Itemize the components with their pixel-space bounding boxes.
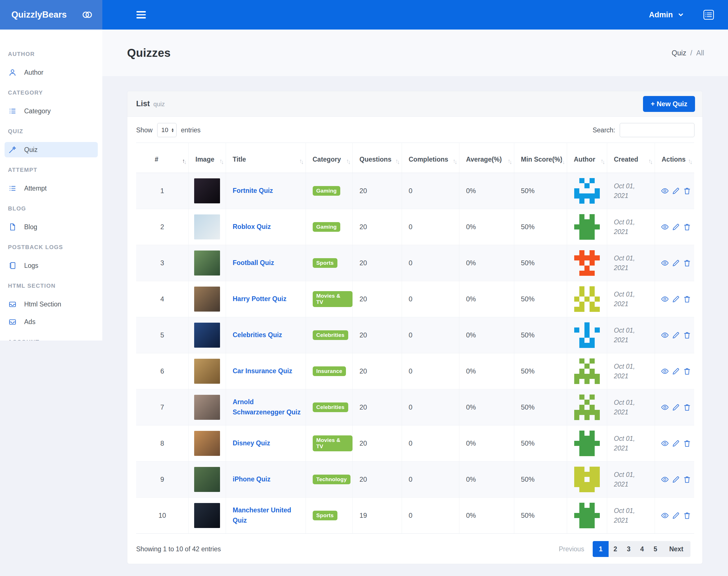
category-badge: Sports — [313, 258, 338, 268]
created-date: Oct 01, 2021 — [607, 245, 655, 281]
pagination-page-5[interactable]: 5 — [649, 541, 662, 557]
column-header-category[interactable]: Category — [305, 143, 352, 173]
created-date: Oct 01, 2021 — [607, 317, 655, 353]
inbox-icon — [8, 300, 17, 309]
delete-icon[interactable] — [683, 223, 691, 231]
table-row: 3Football QuizSports2000%50%Oct 01, 2021 — [136, 245, 694, 281]
edit-icon[interactable] — [672, 403, 680, 411]
breadcrumb-parent[interactable]: Quiz — [672, 49, 686, 57]
delete-icon[interactable] — [683, 511, 691, 520]
quiz-title-link[interactable]: Celebrities Quiz — [233, 330, 286, 340]
quiz-title-link[interactable]: Fortnite Quiz — [233, 186, 277, 196]
sidebar-item-label: Blog — [24, 223, 37, 231]
quiz-title-link[interactable]: Disney Quiz — [233, 438, 274, 449]
view-icon[interactable] — [660, 367, 669, 375]
view-icon[interactable] — [660, 439, 669, 448]
edit-icon[interactable] — [672, 367, 680, 375]
view-icon[interactable] — [660, 295, 669, 303]
delete-icon[interactable] — [683, 259, 691, 267]
sidebar-toggle-icon[interactable] — [82, 11, 93, 19]
row-number: 1 — [136, 173, 188, 209]
delete-icon[interactable] — [683, 367, 691, 375]
view-icon[interactable] — [660, 331, 669, 339]
questions-value: 20 — [352, 317, 402, 353]
view-icon[interactable] — [660, 475, 669, 484]
pagination-previous[interactable]: Previous — [553, 545, 590, 553]
view-icon[interactable] — [660, 511, 669, 520]
quiz-title-link[interactable]: Harry Potter Quiz — [233, 294, 291, 304]
wand-icon — [8, 145, 17, 154]
completions-value: 0 — [402, 317, 459, 353]
column-header-title[interactable]: Title — [226, 143, 305, 173]
delete-icon[interactable] — [683, 186, 691, 195]
sidebar-item-quiz[interactable]: Quiz — [4, 142, 98, 157]
edit-icon[interactable] — [672, 511, 680, 520]
quiz-title-link[interactable]: Car Insurance Quiz — [233, 366, 296, 376]
min-score-value: 50% — [514, 353, 567, 390]
quiz-title-link[interactable]: Arnold Schwarzenegger Quiz — [233, 397, 305, 417]
edit-icon[interactable] — [672, 259, 680, 267]
edit-icon[interactable] — [672, 475, 680, 484]
sidebar-item-html-section[interactable]: Html Section — [4, 296, 98, 312]
quiz-title-link[interactable]: Football Quiz — [233, 258, 278, 268]
sidebar-section-postback-logs: POSTBACK LOGS — [8, 243, 102, 251]
list-card: List quiz + New Quiz Show 10 ▴▾ entries … — [127, 91, 703, 564]
sidebar-section-quiz: QUIZ — [8, 127, 102, 135]
pagination-next[interactable]: Next — [662, 541, 691, 557]
card-footer: Showing 1 to 10 of 42 entries Previous 1… — [127, 534, 702, 557]
column-header-min-score[interactable]: Min Score(%) — [514, 143, 567, 173]
entries-value: 10 — [161, 126, 168, 134]
created-date: Oct 01, 2021 — [607, 426, 655, 462]
edit-icon[interactable] — [672, 439, 680, 448]
view-icon[interactable] — [660, 186, 669, 195]
sidebar-item-author[interactable]: Author — [4, 65, 98, 80]
average-value: 0% — [459, 281, 514, 317]
view-icon[interactable] — [660, 403, 669, 411]
sidebar-item-ads[interactable]: Ads — [4, 314, 98, 329]
edit-icon[interactable] — [672, 331, 680, 339]
edit-icon[interactable] — [672, 186, 680, 195]
sidebar-item-category[interactable]: Category — [4, 104, 98, 119]
view-icon[interactable] — [660, 223, 669, 231]
column-header-author[interactable]: Author — [567, 143, 607, 173]
quiz-title-link[interactable]: Roblox Quiz — [233, 222, 275, 232]
column-header-questions[interactable]: Questions — [352, 143, 402, 173]
edit-icon[interactable] — [672, 295, 680, 303]
delete-icon[interactable] — [683, 475, 691, 484]
edit-icon[interactable] — [672, 223, 680, 231]
sidebar-item-attempt[interactable]: Attempt — [4, 181, 98, 196]
delete-icon[interactable] — [683, 403, 691, 411]
pagination-page-3[interactable]: 3 — [622, 541, 635, 557]
quiz-title-link[interactable]: iPhone Quiz — [233, 474, 275, 485]
entries-select[interactable]: 10 ▴▾ — [157, 123, 177, 137]
column-header-num[interactable]: # — [136, 143, 188, 173]
column-header-average[interactable]: Average(%) — [459, 143, 514, 173]
pagination-page-2[interactable]: 2 — [609, 541, 622, 557]
column-header-image[interactable]: Image — [188, 143, 226, 173]
sidebar-item-logs[interactable]: Logs — [4, 258, 98, 273]
column-header-actions[interactable]: Actions — [655, 143, 694, 173]
min-score-value: 50% — [514, 209, 567, 245]
delete-icon[interactable] — [683, 439, 691, 448]
category-badge: Celebrities — [313, 402, 348, 412]
quiz-image — [194, 214, 220, 239]
pagination-page-4[interactable]: 4 — [635, 541, 649, 557]
pagination-page-1[interactable]: 1 — [593, 541, 609, 557]
new-quiz-button[interactable]: + New Quiz — [643, 96, 695, 112]
view-icon[interactable] — [660, 259, 669, 267]
row-number: 9 — [136, 462, 188, 498]
breadcrumb-current: All — [696, 49, 704, 57]
quiz-title-link[interactable]: Manchester United Quiz — [233, 505, 305, 525]
sort-icons — [219, 157, 223, 165]
author-avatar — [574, 250, 600, 276]
user-menu[interactable]: Admin — [649, 10, 684, 19]
column-header-created[interactable]: Created — [607, 143, 655, 173]
sidebar-item-blog[interactable]: Blog — [4, 219, 98, 235]
delete-icon[interactable] — [683, 331, 691, 339]
hamburger-icon[interactable] — [136, 11, 146, 19]
category-badge: Celebrities — [313, 330, 348, 340]
column-header-completions[interactable]: Completions — [402, 143, 459, 173]
delete-icon[interactable] — [683, 295, 691, 303]
list-panel-icon[interactable] — [703, 9, 714, 21]
search-input[interactable] — [620, 123, 695, 137]
